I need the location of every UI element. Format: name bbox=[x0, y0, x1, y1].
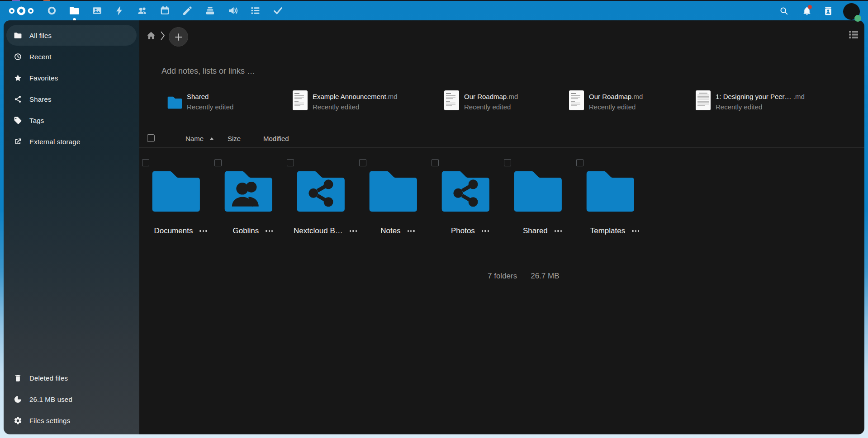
folder-tile-documents[interactable]: Documents bbox=[139, 156, 212, 240]
recommended-files: Shared Recently edited Example Announcem… bbox=[139, 90, 864, 113]
folder-icon bbox=[367, 169, 418, 214]
app-calendar-icon[interactable] bbox=[153, 1, 176, 20]
markdown-file-icon bbox=[293, 90, 308, 113]
actions-menu-icon[interactable] bbox=[632, 230, 639, 231]
sidebar-item-all-files[interactable]: All files bbox=[6, 25, 137, 46]
sidebar-item-shares[interactable]: Shares bbox=[6, 89, 137, 109]
folder-name: Templates bbox=[590, 226, 625, 235]
sidebar-item-files-settings[interactable]: Files settings bbox=[6, 410, 137, 431]
markdown-file-icon bbox=[444, 90, 460, 113]
app-collectives-icon[interactable] bbox=[244, 1, 266, 20]
file-title: 1: Designing your Peer… bbox=[716, 93, 793, 100]
sidebar-item-recent[interactable]: Recent bbox=[6, 46, 137, 67]
column-header-size[interactable]: Size bbox=[228, 135, 241, 142]
file-subtitle: Recently edited bbox=[187, 103, 233, 111]
file-extension: .md bbox=[631, 93, 643, 100]
sidebar-item-label: Deleted files bbox=[29, 374, 68, 382]
sidebar-item-label: Favorites bbox=[29, 74, 58, 82]
folder-checkbox[interactable] bbox=[432, 159, 439, 166]
contacts-menu-icon[interactable] bbox=[823, 6, 833, 16]
list-view-toggle-icon[interactable] bbox=[849, 30, 858, 38]
actions-menu-icon[interactable] bbox=[408, 230, 415, 231]
folder-tile-nextcloud-b[interactable]: Nextcloud B… bbox=[284, 156, 356, 240]
list-summary: 7 folders 26.7 MB bbox=[488, 272, 560, 281]
app-files-icon[interactable] bbox=[63, 1, 85, 20]
app-activity-icon[interactable] bbox=[108, 1, 131, 20]
folder-tile-photos[interactable]: Photos bbox=[429, 156, 501, 240]
folder-name: Goblins bbox=[233, 226, 259, 235]
folder-icon bbox=[584, 169, 636, 214]
app-photos-icon[interactable] bbox=[85, 1, 108, 20]
app-dashboard-icon[interactable] bbox=[40, 1, 63, 20]
plus-icon bbox=[175, 33, 183, 41]
folder-checkbox[interactable] bbox=[214, 159, 222, 166]
top-bar bbox=[0, 1, 868, 20]
chevron-right-icon bbox=[157, 30, 167, 42]
sidebar-item-favorites[interactable]: Favorites bbox=[6, 67, 137, 88]
file-extension: .md bbox=[793, 93, 805, 100]
folder-tile-goblins[interactable]: Goblins bbox=[212, 156, 284, 240]
sidebar-item-label: Files settings bbox=[29, 417, 70, 424]
column-header-name[interactable]: Name bbox=[185, 135, 204, 142]
folder-checkbox[interactable] bbox=[359, 159, 366, 166]
files-sidebar: All files Recent Favorites Shares Tags E… bbox=[4, 20, 139, 434]
app-tasks-icon[interactable] bbox=[266, 1, 289, 20]
app-notes-icon[interactable] bbox=[176, 1, 199, 20]
actions-menu-icon[interactable] bbox=[266, 230, 273, 231]
recommended-file[interactable]: Example Announcement.md Recently edited bbox=[293, 90, 398, 113]
sidebar-item-deleted-files[interactable]: Deleted files bbox=[6, 367, 137, 388]
sidebar-nav: All files Recent Favorites Shares Tags E… bbox=[4, 25, 139, 152]
folder-checkbox[interactable] bbox=[576, 159, 583, 166]
app-contacts-icon[interactable] bbox=[131, 1, 153, 20]
actions-menu-icon[interactable] bbox=[555, 230, 562, 231]
new-item-button[interactable] bbox=[169, 27, 188, 47]
sidebar-item-external-storage[interactable]: External storage bbox=[6, 131, 137, 152]
markdown-file-icon bbox=[569, 90, 584, 113]
recommended-file[interactable]: Our Roadmap.md Recently edited bbox=[444, 90, 518, 113]
app-deck-icon[interactable] bbox=[199, 1, 221, 20]
recommended-file[interactable]: Shared Recently edited bbox=[167, 90, 233, 113]
select-all-checkbox[interactable] bbox=[147, 134, 155, 142]
file-title: Our Roadmap bbox=[464, 93, 507, 100]
nextcloud-logo[interactable] bbox=[8, 5, 35, 17]
notes-input[interactable]: Add notes, lists or links … bbox=[161, 66, 255, 76]
file-subtitle: Recently edited bbox=[464, 103, 518, 111]
recommended-file[interactable]: 1: Designing your Peer… .md Recently edi… bbox=[696, 90, 805, 113]
recommended-file[interactable]: Our Roadmap.md Recently edited bbox=[569, 90, 643, 113]
folder-name: Nextcloud B… bbox=[294, 226, 343, 235]
folder-tile-notes[interactable]: Notes bbox=[356, 156, 429, 240]
app-talk-icon[interactable] bbox=[221, 1, 244, 20]
folder-name: Documents bbox=[154, 226, 193, 235]
actions-menu-icon[interactable] bbox=[350, 230, 357, 231]
folder-shared-icon bbox=[439, 169, 491, 214]
breadcrumb bbox=[139, 20, 864, 53]
folder-icon bbox=[167, 90, 182, 113]
avatar[interactable] bbox=[843, 3, 860, 20]
notifications-bell-icon[interactable] bbox=[802, 6, 812, 16]
actions-menu-icon[interactable] bbox=[199, 230, 207, 231]
file-subtitle: Recently edited bbox=[313, 103, 398, 111]
home-icon[interactable] bbox=[146, 30, 157, 41]
sidebar-item-label: Tags bbox=[29, 117, 44, 124]
folder-checkbox[interactable] bbox=[142, 159, 149, 166]
markdown-file-icon bbox=[696, 90, 711, 113]
actions-menu-icon[interactable] bbox=[482, 230, 489, 231]
search-icon[interactable] bbox=[779, 6, 789, 16]
folder-count: 7 folders bbox=[488, 272, 517, 281]
file-title: Shared bbox=[187, 93, 209, 100]
sidebar-item-quota[interactable]: 26.1 MB used bbox=[6, 389, 137, 410]
folder-tile-shared[interactable]: Shared bbox=[501, 156, 574, 240]
column-header-modified[interactable]: Modified bbox=[263, 135, 289, 142]
folder-checkbox[interactable] bbox=[287, 159, 294, 166]
folder-name: Notes bbox=[380, 226, 400, 235]
sidebar-item-tags[interactable]: Tags bbox=[6, 110, 137, 131]
folder-shared-group-icon bbox=[222, 169, 274, 214]
file-title: Example Announcement bbox=[313, 93, 386, 100]
sidebar-item-label: Shares bbox=[29, 95, 52, 103]
folder-tile-templates[interactable]: Templates bbox=[574, 156, 646, 240]
folder-checkbox[interactable] bbox=[504, 159, 511, 166]
file-list-header: Name Size Modified bbox=[139, 131, 864, 148]
sidebar-item-label: Recent bbox=[29, 53, 52, 61]
file-title: Our Roadmap bbox=[589, 93, 631, 100]
folder-shared-icon bbox=[294, 169, 346, 214]
